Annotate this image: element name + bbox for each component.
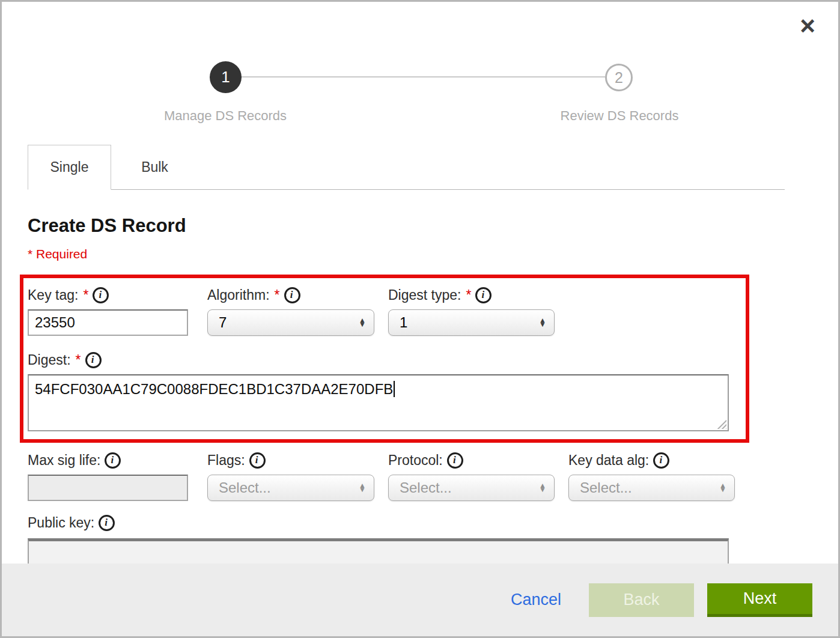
field-row-1: Key tag: * i Algorithm: * i 7	[28, 286, 746, 336]
stepper-connector-line	[240, 76, 605, 77]
public-key-label: Public key:	[28, 515, 94, 531]
create-ds-record-dialog: × 1 2 Manage DS Records Review DS Record…	[0, 0, 840, 638]
protocol-field: Protocol: i Select... ▲ ▼	[388, 451, 555, 501]
arrow-down-icon: ▼	[539, 323, 546, 327]
key-tag-label-row: Key tag: * i	[28, 286, 188, 304]
flags-field: Flags: i Select... ▲ ▼	[207, 451, 374, 501]
algorithm-field: Algorithm: * i 7 ▲ ▼	[207, 286, 374, 336]
tab-single-label: Single	[50, 159, 89, 175]
tab-bar: Single Bulk	[28, 145, 785, 190]
required-note: * Required	[28, 247, 838, 261]
algorithm-selected-value: 7	[219, 314, 227, 331]
info-icon[interactable]: i	[105, 452, 121, 469]
digest-type-field: Digest type: * i 1 ▲ ▼	[388, 286, 555, 336]
public-key-textarea[interactable]	[28, 538, 729, 564]
max-sig-life-label: Max sig life:	[28, 452, 100, 469]
protocol-label: Protocol:	[388, 452, 443, 469]
back-button[interactable]: Back	[589, 583, 694, 617]
info-icon[interactable]: i	[284, 287, 300, 303]
max-sig-life-input[interactable]	[28, 475, 188, 501]
info-icon[interactable]: i	[85, 352, 102, 368]
tab-single[interactable]: Single	[28, 145, 111, 190]
flags-placeholder: Select...	[219, 479, 271, 496]
select-arrows-icon: ▲ ▼	[719, 484, 726, 493]
info-icon[interactable]: i	[99, 515, 115, 531]
arrow-down-icon: ▼	[539, 488, 546, 492]
algorithm-select[interactable]: 7 ▲ ▼	[207, 309, 374, 336]
key-tag-field: Key tag: * i	[28, 286, 188, 336]
flags-label-row: Flags: i	[207, 451, 374, 469]
dialog-footer: Cancel Back Next	[2, 564, 838, 636]
text-caret	[394, 381, 395, 397]
flags-select[interactable]: Select... ▲ ▼	[207, 475, 374, 501]
next-button[interactable]: Next	[707, 583, 812, 617]
digest-type-select[interactable]: 1 ▲ ▼	[388, 309, 555, 336]
tab-bulk-label: Bulk	[141, 159, 168, 175]
info-icon[interactable]: i	[447, 452, 463, 469]
info-icon[interactable]: i	[653, 452, 669, 469]
step-2-number: 2	[615, 69, 623, 87]
resize-handle-icon[interactable]	[716, 419, 726, 429]
arrow-down-icon: ▼	[359, 488, 366, 492]
protocol-select[interactable]: Select... ▲ ▼	[388, 475, 555, 501]
select-arrows-icon: ▲ ▼	[359, 484, 366, 493]
select-arrows-icon: ▲ ▼	[539, 484, 546, 493]
max-sig-life-label-row: Max sig life: i	[28, 451, 188, 469]
digest-textarea[interactable]: 54FCF030AA1C79C0088FDEC1BD1C37DAA2E70DFB	[28, 374, 729, 431]
key-data-alg-label-row: Key data alg: i	[568, 451, 735, 469]
digest-type-label-row: Digest type: * i	[388, 286, 555, 304]
protocol-placeholder: Select...	[400, 479, 452, 496]
key-data-alg-label: Key data alg:	[568, 452, 649, 469]
step-1-circle: 1	[210, 61, 242, 93]
step-1-number: 1	[221, 68, 230, 87]
required-asterisk: *	[76, 352, 81, 368]
digest-label-row: Digest: * i	[28, 351, 746, 369]
flags-label: Flags:	[207, 452, 245, 469]
info-icon[interactable]: i	[93, 287, 109, 303]
arrow-down-icon: ▼	[359, 323, 366, 327]
digest-type-selected-value: 1	[400, 314, 407, 331]
page-title: Create DS Record	[28, 215, 838, 237]
info-icon[interactable]: i	[249, 452, 266, 469]
algorithm-label-row: Algorithm: * i	[207, 286, 374, 304]
highlighted-required-fields-box: Key tag: * i Algorithm: * i 7	[20, 275, 749, 443]
digest-value: 54FCF030AA1C79C0088FDEC1BD1C37DAA2E70DFB	[35, 381, 393, 397]
step-1-label: Manage DS Records	[164, 108, 287, 124]
info-icon[interactable]: i	[475, 287, 492, 303]
key-data-alg-select[interactable]: Select... ▲ ▼	[568, 475, 735, 501]
dialog-body: × 1 2 Manage DS Records Review DS Record…	[2, 2, 838, 564]
required-asterisk: *	[466, 287, 471, 303]
public-key-label-row: Public key: i	[28, 514, 838, 532]
field-row-2: Max sig life: i Flags: i Select... ▲ ▼	[28, 451, 838, 501]
step-2-circle: 2	[605, 64, 633, 91]
digest-label: Digest:	[28, 352, 71, 368]
wizard-stepper: 1 2 Manage DS Records Review DS Records	[2, 2, 838, 129]
step-2-label: Review DS Records	[561, 108, 679, 124]
select-arrows-icon: ▲ ▼	[539, 318, 546, 327]
select-arrows-icon: ▲ ▼	[359, 318, 366, 327]
cancel-button[interactable]: Cancel	[511, 591, 561, 609]
required-asterisk: *	[83, 287, 88, 303]
tab-bulk[interactable]: Bulk	[111, 145, 198, 189]
digest-type-label: Digest type:	[388, 287, 461, 303]
key-tag-label: Key tag:	[28, 287, 78, 303]
max-sig-life-field: Max sig life: i	[28, 451, 188, 501]
required-asterisk: *	[275, 287, 280, 303]
algorithm-label: Algorithm:	[207, 287, 270, 303]
arrow-down-icon: ▼	[719, 488, 726, 492]
key-data-alg-field: Key data alg: i Select... ▲ ▼	[568, 451, 735, 501]
key-tag-input[interactable]	[28, 309, 188, 336]
protocol-label-row: Protocol: i	[388, 451, 555, 469]
key-data-alg-placeholder: Select...	[580, 479, 632, 496]
